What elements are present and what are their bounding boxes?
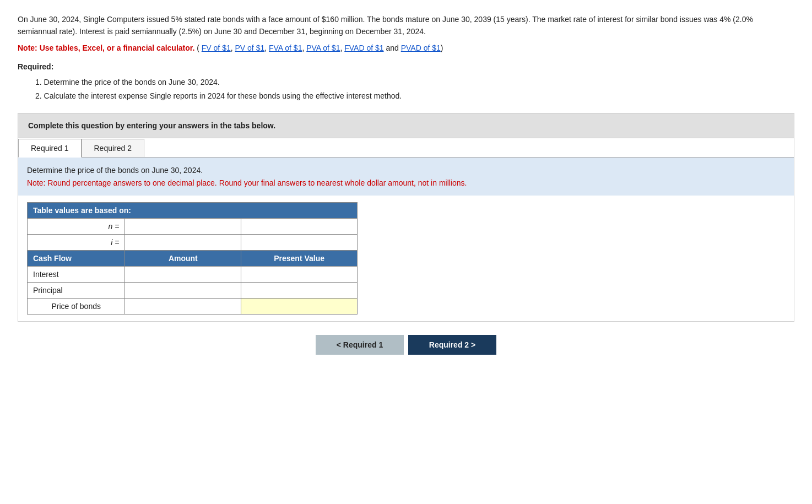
- btn-required-2[interactable]: Required 2 >: [408, 335, 496, 355]
- principal-pv-input[interactable]: [247, 285, 351, 295]
- btn-required-1[interactable]: < Required 1: [316, 335, 404, 355]
- interest-row: Interest: [28, 266, 358, 282]
- required-item-1: 1. Determine the price of the bonds on J…: [35, 75, 794, 89]
- values-table: Table values are based on: n =: [27, 202, 358, 315]
- required-list: 1. Determine the price of the bonds on J…: [35, 75, 794, 103]
- tab-content: Determine the price of the bonds on June…: [18, 158, 794, 321]
- complete-bar: Complete this question by entering your …: [18, 113, 794, 138]
- fv-link[interactable]: FV of $1: [202, 44, 231, 52]
- price-row: Price of bonds: [28, 298, 358, 314]
- col-header-cashflow: Cash Flow: [28, 250, 125, 266]
- tab-required-1[interactable]: Required 1: [18, 139, 82, 158]
- fvad-link[interactable]: FVAD of $1: [344, 44, 383, 52]
- intro-paragraph: On June 30, 2024, Single Computers issue…: [18, 13, 794, 38]
- pvad-link[interactable]: PVAD of $1: [401, 44, 441, 52]
- price-label: Price of bonds: [28, 298, 125, 314]
- principal-pv-cell[interactable]: [241, 282, 358, 298]
- table-header: Table values are based on:: [28, 202, 358, 218]
- price-empty-cell: [125, 298, 241, 314]
- interest-pv-cell[interactable]: [241, 266, 358, 282]
- pva-link[interactable]: PVA of $1: [306, 44, 340, 52]
- n-input[interactable]: [131, 221, 235, 231]
- i-input-cell[interactable]: [125, 234, 241, 250]
- note-label: Note: Use tables, Excel, or a financial …: [18, 44, 194, 52]
- interest-label: Interest: [28, 266, 125, 282]
- principal-row: Principal: [28, 282, 358, 298]
- pv-link[interactable]: PV of $1: [235, 44, 265, 52]
- tabs-container: Required 1 Required 2 Determine the pric…: [18, 138, 794, 322]
- tab-required-2[interactable]: Required 2: [82, 139, 145, 158]
- i-pv-cell: [241, 234, 358, 250]
- i-label: i =: [28, 234, 125, 250]
- n-input-cell[interactable]: [125, 218, 241, 234]
- interest-amount-cell[interactable]: [125, 266, 241, 282]
- interest-pv-input[interactable]: [247, 269, 351, 279]
- col-header-amount: Amount: [125, 250, 241, 266]
- price-value-input[interactable]: [247, 301, 351, 311]
- n-label: n =: [28, 218, 125, 234]
- col-header-pv: Present Value: [241, 250, 358, 266]
- i-input[interactable]: [131, 237, 235, 247]
- column-header-row: Cash Flow Amount Present Value: [28, 250, 358, 266]
- required-item-2: 2. Calculate the interest expense Single…: [35, 89, 794, 103]
- price-value-cell[interactable]: [241, 298, 358, 314]
- n-row: n =: [28, 218, 358, 234]
- n-pv-cell: [241, 218, 358, 234]
- principal-label: Principal: [28, 282, 125, 298]
- tab-note: Note: Round percentage answers to one de…: [27, 177, 785, 189]
- nav-buttons: < Required 1 Required 2 >: [18, 335, 794, 355]
- tab-instruction: Determine the price of the bonds on June…: [18, 158, 794, 196]
- fva-link[interactable]: FVA of $1: [269, 44, 302, 52]
- i-row: i =: [28, 234, 358, 250]
- tabs-row: Required 1 Required 2: [18, 138, 794, 158]
- principal-amount-cell[interactable]: [125, 282, 241, 298]
- principal-amount-input[interactable]: [131, 285, 235, 295]
- tab-instruction-text: Determine the price of the bonds on June…: [27, 164, 785, 176]
- interest-amount-input[interactable]: [131, 269, 235, 279]
- note-line: Note: Use tables, Excel, or a financial …: [18, 44, 794, 52]
- required-heading: Required:: [18, 62, 794, 71]
- table-section: Table values are based on: n =: [18, 196, 794, 321]
